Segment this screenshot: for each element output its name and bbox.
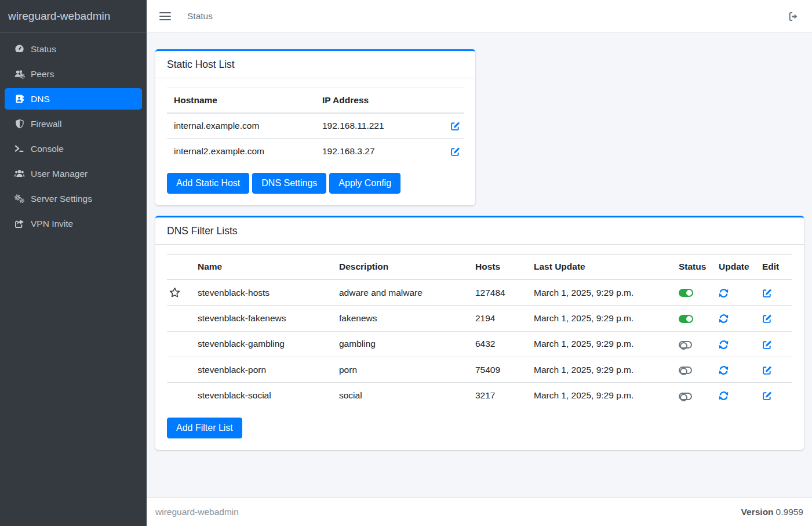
status-toggle[interactable] bbox=[679, 289, 693, 297]
status-toggle[interactable] bbox=[679, 393, 692, 400]
menu-icon[interactable] bbox=[159, 12, 171, 21]
column-header-ip: IP Address bbox=[315, 88, 425, 114]
sidebar-item-vpn-invite[interactable]: VPN Invite bbox=[5, 213, 142, 234]
dns-settings-button[interactable]: DNS Settings bbox=[252, 173, 326, 194]
sidebar-item-label: DNS bbox=[31, 94, 50, 104]
filter-list-row: stevenblack-socialsocial3217March 1, 202… bbox=[167, 383, 792, 408]
update-icon[interactable] bbox=[719, 314, 729, 324]
column-header-edit-empty bbox=[425, 88, 464, 114]
sidebar-item-user-manager[interactable]: User Manager bbox=[5, 163, 142, 184]
content-area: Static Host List Hostname IP Address bbox=[147, 33, 812, 497]
filter-hosts-cell: 2194 bbox=[468, 306, 527, 331]
brand-title[interactable]: wireguard-webadmin bbox=[0, 0, 147, 33]
static-host-table: Hostname IP Address internal.example.com… bbox=[167, 88, 464, 164]
edit-icon[interactable] bbox=[450, 121, 460, 131]
sidebar-item-peers[interactable]: Peers bbox=[5, 63, 142, 85]
sidebar: wireguard-webadmin Status bbox=[0, 0, 147, 526]
logout-icon[interactable] bbox=[788, 12, 799, 21]
shield-icon bbox=[13, 119, 26, 129]
topbar-title[interactable]: Status bbox=[187, 11, 213, 21]
filter-hosts-cell: 6432 bbox=[468, 331, 527, 357]
card-title: DNS Filter Lists bbox=[167, 225, 792, 237]
sidebar-item-dns[interactable]: DNS bbox=[5, 88, 142, 110]
hostname-cell: internal.example.com bbox=[167, 113, 315, 139]
sidebar-item-server-settings[interactable]: Server Settings bbox=[5, 188, 142, 209]
dns-filter-table: Name Description Hosts Last Update Statu… bbox=[167, 254, 792, 408]
update-icon[interactable] bbox=[719, 391, 729, 401]
sidebar-item-console[interactable]: Console bbox=[5, 138, 142, 159]
filter-hosts-cell: 3217 bbox=[468, 383, 527, 408]
filter-last-update-cell: March 1, 2025, 9:29 p.m. bbox=[527, 357, 672, 383]
column-header-description: Description bbox=[332, 254, 468, 280]
static-host-row: internal2.example.com 192.168.3.27 bbox=[167, 139, 464, 164]
sidebar-item-label: VPN Invite bbox=[31, 219, 73, 229]
apply-config-button[interactable]: Apply Config bbox=[329, 173, 400, 194]
users-icon bbox=[13, 169, 26, 179]
filter-name-cell: stevenblack-porn bbox=[191, 357, 332, 383]
static-host-list-card: Static Host List Hostname IP Address bbox=[155, 49, 475, 205]
filter-hosts-cell: 75409 bbox=[468, 357, 527, 383]
card-header: Static Host List bbox=[155, 51, 475, 78]
sidebar-nav: Status Peers bbox=[0, 33, 147, 238]
filter-list-row: stevenblack-hostsadware and malware12748… bbox=[167, 280, 792, 306]
filter-description-cell: social bbox=[332, 383, 468, 408]
column-header-last-update: Last Update bbox=[527, 254, 672, 280]
status-toggle[interactable] bbox=[679, 367, 692, 374]
edit-icon[interactable] bbox=[762, 288, 772, 298]
share-icon bbox=[13, 219, 26, 228]
footer-version: Version0.9959 bbox=[741, 507, 803, 517]
column-header-star-empty bbox=[167, 254, 191, 280]
terminal-icon bbox=[13, 144, 26, 154]
filter-hosts-cell: 127484 bbox=[468, 280, 527, 306]
edit-icon[interactable] bbox=[762, 340, 772, 350]
ip-cell: 192.168.3.27 bbox=[315, 139, 425, 164]
column-header-status: Status bbox=[672, 254, 712, 280]
edit-icon[interactable] bbox=[450, 147, 460, 157]
filter-list-row: stevenblack-gamblinggambling6432March 1,… bbox=[167, 331, 792, 357]
gauge-icon bbox=[13, 44, 26, 54]
update-icon[interactable] bbox=[719, 288, 729, 298]
filter-list-row: stevenblack-pornporn75409March 1, 2025, … bbox=[167, 357, 792, 383]
sidebar-item-status[interactable]: Status bbox=[5, 38, 142, 60]
users-gear-icon bbox=[13, 69, 26, 79]
gears-icon bbox=[13, 194, 26, 204]
top-navbar: Status bbox=[147, 0, 812, 33]
update-icon[interactable] bbox=[719, 340, 729, 350]
column-header-edit: Edit bbox=[755, 254, 792, 280]
card-header: DNS Filter Lists bbox=[155, 217, 804, 245]
filter-last-update-cell: March 1, 2025, 9:29 p.m. bbox=[527, 280, 672, 306]
update-icon[interactable] bbox=[719, 365, 729, 375]
address-book-icon bbox=[13, 94, 26, 104]
filter-description-cell: porn bbox=[332, 357, 468, 383]
column-header-update: Update bbox=[712, 254, 755, 280]
filter-list-row: stevenblack-fakenewsfakenews2194March 1,… bbox=[167, 306, 792, 331]
filter-description-cell: gambling bbox=[332, 331, 468, 357]
favorite-star-icon[interactable] bbox=[169, 287, 180, 298]
column-header-hostname: Hostname bbox=[167, 88, 315, 114]
status-toggle[interactable] bbox=[679, 315, 693, 323]
add-static-host-button[interactable]: Add Static Host bbox=[167, 173, 249, 194]
filter-last-update-cell: March 1, 2025, 9:29 p.m. bbox=[527, 383, 672, 408]
card-title: Static Host List bbox=[167, 59, 464, 71]
filter-description-cell: fakenews bbox=[332, 306, 468, 331]
dns-filter-lists-card: DNS Filter Lists Name Description Hosts bbox=[155, 216, 804, 450]
sidebar-item-label: User Manager bbox=[31, 169, 88, 179]
sidebar-item-firewall[interactable]: Firewall bbox=[5, 113, 142, 135]
hostname-cell: internal2.example.com bbox=[167, 139, 315, 164]
sidebar-item-label: Firewall bbox=[31, 119, 61, 129]
footer-brand: wireguard-webadmin bbox=[155, 507, 239, 517]
filter-name-cell: stevenblack-social bbox=[191, 383, 332, 408]
sidebar-item-label: Status bbox=[31, 44, 56, 55]
sidebar-item-label: Console bbox=[31, 144, 64, 154]
edit-icon[interactable] bbox=[762, 391, 772, 401]
add-filter-list-button[interactable]: Add Filter List bbox=[167, 418, 242, 438]
filter-last-update-cell: March 1, 2025, 9:29 p.m. bbox=[527, 331, 672, 357]
edit-icon[interactable] bbox=[762, 365, 772, 375]
static-host-row: internal.example.com 192.168.11.221 bbox=[167, 113, 464, 139]
edit-icon[interactable] bbox=[762, 314, 772, 324]
status-toggle[interactable] bbox=[679, 341, 692, 349]
ip-cell: 192.168.11.221 bbox=[315, 113, 425, 139]
filter-name-cell: stevenblack-hosts bbox=[191, 280, 332, 306]
filter-description-cell: adware and malware bbox=[332, 280, 468, 306]
column-header-hosts: Hosts bbox=[468, 254, 527, 280]
